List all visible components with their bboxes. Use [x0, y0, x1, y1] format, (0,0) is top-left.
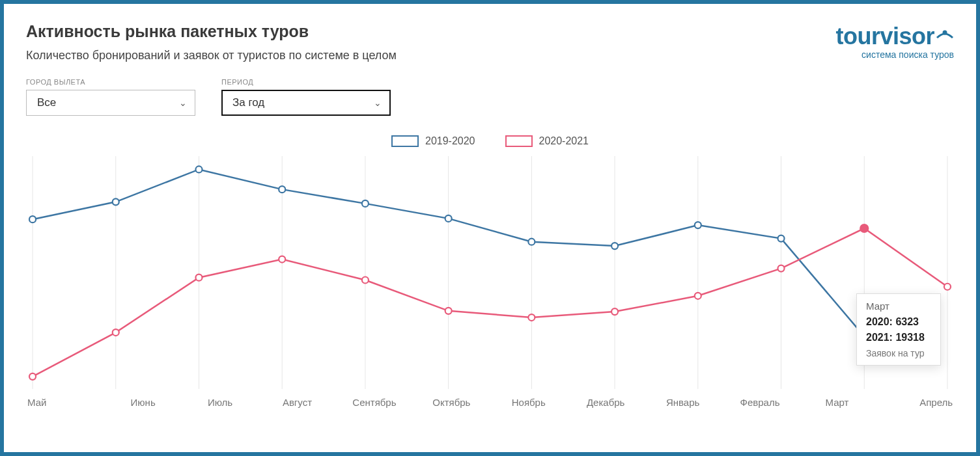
x-tick-label: Май	[27, 397, 104, 408]
svg-point-26	[195, 275, 202, 281]
svg-point-35	[944, 284, 951, 290]
page-title: Активность рынка пакетных туров	[26, 22, 397, 41]
svg-point-14	[113, 198, 119, 205]
legend-swatch-s1	[391, 135, 419, 147]
chevron-down-icon: ⌄	[179, 98, 187, 108]
period-select-value: За год	[232, 96, 264, 109]
svg-point-16	[279, 186, 285, 193]
city-filter-label: ГОРОД ВЫЛЕТА	[26, 78, 195, 86]
period-select[interactable]: За год ⌄	[221, 90, 391, 116]
x-tick-label: Январь	[644, 397, 721, 408]
eye-icon	[936, 22, 954, 46]
svg-point-30	[528, 314, 535, 321]
svg-point-22	[778, 235, 785, 242]
chart-legend: 2019-2020 2020-2021	[26, 135, 954, 147]
svg-point-31	[611, 308, 618, 315]
brand-logo: tourvisor система поиска туров	[835, 22, 954, 60]
svg-point-20	[611, 243, 618, 249]
chevron-down-icon: ⌄	[374, 98, 382, 108]
svg-point-27	[279, 256, 285, 263]
svg-point-28	[362, 277, 369, 284]
x-tick-label: Декабрь	[567, 397, 644, 408]
logo-tagline: система поиска туров	[835, 49, 954, 60]
svg-point-17	[362, 200, 369, 207]
x-tick-label: Август	[259, 397, 335, 408]
svg-point-21	[695, 222, 701, 228]
logo-text: tourvisor	[835, 23, 934, 49]
svg-point-13	[29, 216, 36, 222]
x-axis-labels: МайИюньИюльАвгустСентябрьОктябрьНоябрьДе…	[26, 397, 954, 408]
x-tick-label: Март	[798, 397, 875, 408]
svg-point-25	[113, 329, 119, 336]
svg-point-0	[943, 31, 947, 35]
tooltip-footer: Заявок на тур	[866, 348, 931, 358]
line-chart-svg	[26, 152, 954, 393]
x-tick-label: Июль	[182, 397, 259, 408]
x-tick-label: Октябрь	[413, 397, 490, 408]
legend-label-s1: 2019-2020	[425, 135, 475, 147]
svg-point-24	[29, 373, 36, 380]
legend-label-s2: 2020-2021	[539, 135, 589, 147]
svg-point-29	[445, 308, 452, 314]
legend-item-2019-2020[interactable]: 2019-2020	[391, 135, 475, 147]
x-tick-label: Ноябрь	[490, 397, 567, 408]
svg-point-32	[695, 293, 701, 299]
svg-point-34	[860, 224, 868, 232]
legend-item-2020-2021[interactable]: 2020-2021	[505, 135, 589, 147]
x-tick-label: Июнь	[104, 397, 181, 408]
legend-swatch-s2	[505, 135, 533, 147]
city-select-value: Все	[37, 96, 56, 109]
page-subtitle: Количество бронирований и заявок от тури…	[26, 49, 397, 62]
svg-point-33	[778, 265, 785, 272]
chart-card: Активность рынка пакетных туров Количест…	[0, 0, 980, 456]
svg-point-19	[528, 239, 535, 245]
tooltip-month: Март	[866, 301, 931, 312]
x-tick-label: Апрель	[876, 397, 953, 408]
city-select[interactable]: Все ⌄	[26, 90, 195, 116]
svg-point-18	[445, 215, 452, 222]
period-filter-label: ПЕРИОД	[221, 78, 391, 86]
chart-plot-area[interactable]: Март 2020: 6323 2021: 19318 Заявок на ту…	[26, 152, 954, 393]
svg-point-15	[195, 166, 202, 172]
chart-tooltip: Март 2020: 6323 2021: 19318 Заявок на ту…	[856, 293, 941, 366]
x-tick-label: Сентябрь	[336, 397, 413, 408]
x-tick-label: Февраль	[721, 397, 798, 408]
